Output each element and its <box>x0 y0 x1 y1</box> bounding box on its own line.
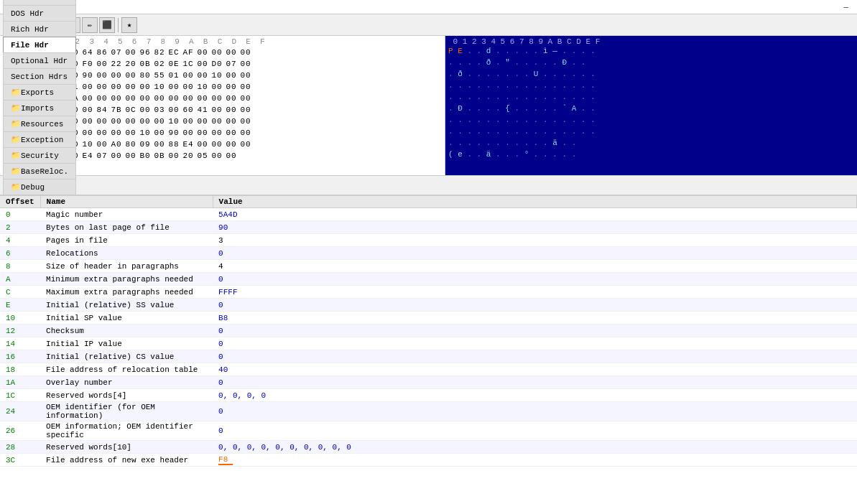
tab-sectionhdrs[interactable]: Section Hdrs <box>3 68 76 84</box>
hex-byte[interactable]: 00 <box>210 83 224 91</box>
hex-byte[interactable]: 0B <box>138 60 152 68</box>
hex-byte[interactable]: 00 <box>138 106 152 114</box>
hex-byte[interactable]: 00 <box>124 48 138 57</box>
table-row[interactable]: 28Reserved words[10]0, 0, 0, 0, 0, 0, 0,… <box>0 441 857 454</box>
hex-byte[interactable]: 00 <box>152 117 167 126</box>
hex-byte[interactable]: 7B <box>109 106 124 114</box>
table-row[interactable]: 1CReserved words[4]0, 0, 0, 0 <box>0 389 857 402</box>
hex-byte[interactable]: 00 <box>238 94 253 103</box>
hex-byte[interactable]: 0E <box>167 60 181 68</box>
hex-byte[interactable]: 00 <box>124 117 138 126</box>
hex-byte[interactable]: AF <box>181 48 195 57</box>
hex-byte[interactable]: 86 <box>95 48 109 57</box>
hex-byte[interactable]: 00 <box>138 94 152 103</box>
hex-byte[interactable]: B0 <box>138 151 152 160</box>
hex-byte[interactable]: 00 <box>210 129 224 137</box>
hex-byte[interactable]: 00 <box>210 94 224 103</box>
hex-byte[interactable]: 00 <box>152 94 167 103</box>
hex-byte[interactable]: A0 <box>109 140 124 149</box>
table-row[interactable]: 0Magic number5A4D <box>0 208 857 221</box>
tab-doshdr[interactable]: DOS Hdr <box>3 5 76 21</box>
hex-byte[interactable]: 00 <box>238 48 253 57</box>
hex-byte[interactable]: 00 <box>95 94 109 103</box>
hex-byte[interactable]: 00 <box>181 94 195 103</box>
hex-byte[interactable]: 00 <box>224 117 238 126</box>
hex-byte[interactable]: 90 <box>80 71 95 80</box>
hex-byte[interactable]: 00 <box>195 94 210 103</box>
hex-byte[interactable]: 00 <box>224 140 238 149</box>
hex-byte[interactable]: 82 <box>152 48 167 57</box>
hex-byte[interactable]: 00 <box>124 71 138 80</box>
hex-byte[interactable]: 00 <box>80 129 95 137</box>
hex-byte[interactable]: 00 <box>152 140 167 149</box>
hex-byte[interactable]: 00 <box>224 151 238 160</box>
edit-btn[interactable]: ✏ <box>82 17 98 33</box>
hex-byte[interactable]: 80 <box>124 140 138 149</box>
hex-byte[interactable]: 07 <box>95 151 109 160</box>
tab-resources[interactable]: 📁Resources <box>3 116 76 131</box>
tab-debug[interactable]: 📁Debug <box>3 179 76 195</box>
hex-byte[interactable]: 96 <box>138 48 152 57</box>
hex-byte[interactable]: 07 <box>109 48 124 57</box>
table-row[interactable]: 26OEM information; OEM identifier specif… <box>0 421 857 441</box>
hex-byte[interactable]: 00 <box>124 94 138 103</box>
hex-byte[interactable]: 10 <box>138 129 152 137</box>
data-table[interactable]: Offset Name Value 0Magic number5A4D2Byte… <box>0 196 857 504</box>
hex-byte[interactable]: 00 <box>210 140 224 149</box>
hex-byte[interactable]: 0C <box>124 106 138 114</box>
table-row[interactable]: AMinimum extra paragraphs needed0 <box>0 273 857 286</box>
hex-byte[interactable]: 00 <box>195 129 210 137</box>
hex-byte[interactable]: 60 <box>181 106 195 114</box>
tab-security[interactable]: 📁Security <box>3 147 76 163</box>
hex-byte[interactable]: 00 <box>95 83 109 91</box>
hex-byte[interactable]: 1C <box>181 60 195 68</box>
hex-byte[interactable]: 00 <box>181 83 195 91</box>
hex-byte[interactable]: 03 <box>152 106 167 114</box>
hex-byte[interactable]: 00 <box>210 151 224 160</box>
hex-byte[interactable]: 00 <box>124 83 138 91</box>
hex-byte[interactable]: 00 <box>195 117 210 126</box>
table-row[interactable]: 8Size of header in paragraphs4 <box>0 260 857 273</box>
table-row[interactable]: EInitial (relative) SS value0 <box>0 299 857 312</box>
hex-byte[interactable]: 00 <box>210 106 224 114</box>
tab-filehdr[interactable]: File Hdr <box>3 37 76 52</box>
hex-byte[interactable]: 55 <box>152 71 167 80</box>
table-row[interactable]: 3CFile address of new exe headerF8 <box>0 454 857 467</box>
hex-byte[interactable]: 88 <box>167 140 181 149</box>
hex-byte[interactable]: E4 <box>80 151 95 160</box>
hex-byte[interactable]: 00 <box>80 83 95 91</box>
hex-byte[interactable]: EC <box>167 48 181 57</box>
hex-byte[interactable]: 00 <box>95 60 109 68</box>
table-row[interactable]: 2Bytes on last page of file90 <box>0 221 857 234</box>
hex-byte[interactable]: 00 <box>224 94 238 103</box>
table-row[interactable]: 18File address of relocation table40 <box>0 363 857 376</box>
hex-byte[interactable]: 00 <box>224 71 238 80</box>
table-row[interactable]: 14Initial IP value0 <box>0 337 857 350</box>
hex-byte[interactable]: 00 <box>238 129 253 137</box>
hex-byte[interactable]: 00 <box>181 129 195 137</box>
minimize-btn[interactable]: — <box>840 3 851 11</box>
tab-exception[interactable]: 📁Exception <box>3 131 76 147</box>
hex-byte[interactable]: 00 <box>238 71 253 80</box>
table-row[interactable]: 10Initial SP valueB8 <box>0 312 857 325</box>
hex-byte[interactable]: 00 <box>195 60 210 68</box>
hex-byte[interactable]: 00 <box>80 106 95 114</box>
hex-byte[interactable]: 00 <box>95 140 109 149</box>
hex-byte[interactable]: 64 <box>80 48 95 57</box>
hex-byte[interactable]: 80 <box>138 71 152 80</box>
hex-byte[interactable]: F0 <box>80 60 95 68</box>
hex-byte[interactable]: 10 <box>80 140 95 149</box>
hex-byte[interactable]: 00 <box>167 151 181 160</box>
hex-byte[interactable]: 00 <box>138 117 152 126</box>
hex-byte[interactable]: 00 <box>109 83 124 91</box>
hex-byte[interactable]: 00 <box>224 129 238 137</box>
hex-byte[interactable]: 00 <box>224 48 238 57</box>
hex-byte[interactable]: 00 <box>152 129 167 137</box>
bookmark-btn[interactable]: ★ <box>121 17 137 33</box>
hex-byte[interactable]: 41 <box>195 106 210 114</box>
tab-general[interactable]: General <box>3 0 76 5</box>
hex-byte[interactable]: 22 <box>109 60 124 68</box>
hex-byte[interactable]: 00 <box>167 83 181 91</box>
table-row[interactable]: 12Checksum0 <box>0 325 857 337</box>
hex-byte[interactable]: 20 <box>181 151 195 160</box>
